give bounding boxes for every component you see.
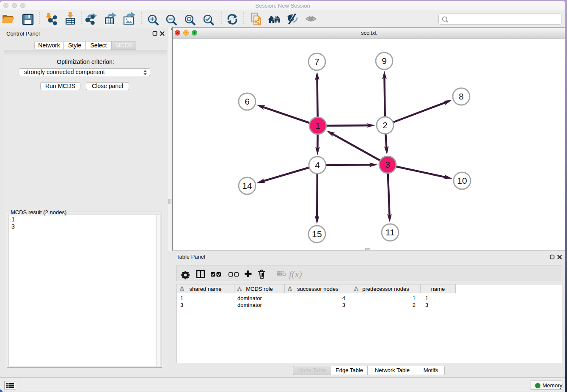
svg-text:11: 11	[385, 227, 395, 237]
svg-text:14: 14	[242, 181, 252, 190]
svg-text:7: 7	[314, 57, 319, 66]
svg-text:6: 6	[245, 97, 250, 106]
svg-text:4: 4	[315, 160, 320, 170]
svg-text:2: 2	[383, 120, 388, 130]
svg-text:15: 15	[312, 229, 322, 239]
svg-text:10: 10	[457, 176, 467, 185]
svg-text:1: 1	[315, 121, 320, 130]
svg-text:f(x): f(x)	[289, 269, 302, 279]
svg-text:9: 9	[382, 56, 387, 66]
svg-text:8: 8	[459, 91, 464, 101]
svg-text:3: 3	[385, 160, 390, 169]
